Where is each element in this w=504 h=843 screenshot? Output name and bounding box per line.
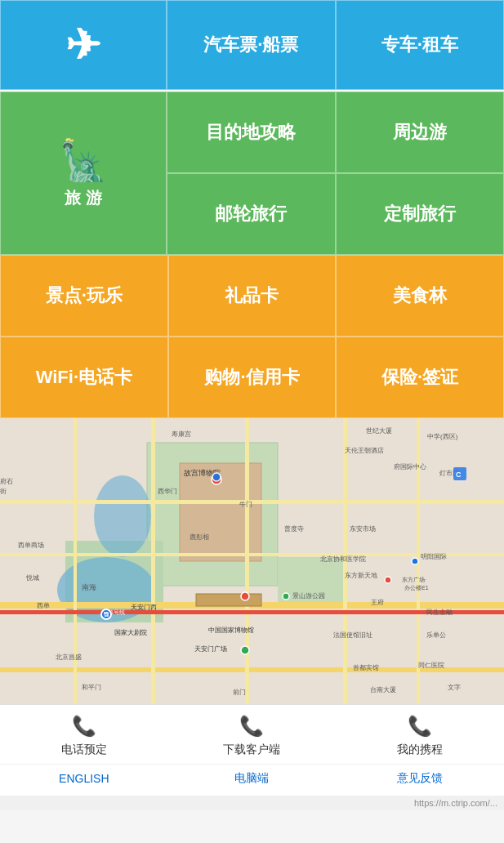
url-bar: https://m.ctrip.com/... xyxy=(0,796,504,810)
svg-text:西单: 西单 xyxy=(37,602,50,609)
svg-point-6 xyxy=(94,475,151,557)
bottom-links: ENGLISH 电脑端 意见反馈 xyxy=(0,764,504,796)
destination-guide-label: 目的地攻略 xyxy=(206,120,296,145)
svg-text:中学(西区): 中学(西区) xyxy=(427,433,458,440)
bus-boat-label: 汽车票·船票 xyxy=(203,33,298,57)
svg-text:文字: 文字 xyxy=(448,684,461,691)
svg-text:台南大厦: 台南大厦 xyxy=(370,686,396,694)
svg-text:法国使馆旧址: 法国使馆旧址 xyxy=(333,631,372,639)
svg-text:国家大剧院: 国家大剧院 xyxy=(114,629,147,636)
download-app-nav[interactable]: 📞 下载客户端 xyxy=(168,715,337,757)
svg-text:西华门: 西华门 xyxy=(158,488,177,495)
svg-text:西单商场: 西单商场 xyxy=(18,542,44,549)
svg-text:天安门西: 天安门西 xyxy=(131,604,157,611)
restaurant-cell[interactable]: 美食林 xyxy=(336,255,504,337)
svg-text:世纪大厦: 世纪大厦 xyxy=(366,427,392,435)
svg-text:乐单公: 乐单公 xyxy=(426,631,446,639)
svg-text:首都宾馆: 首都宾馆 xyxy=(353,664,379,671)
custom-travel-label: 定制旅行 xyxy=(384,202,456,226)
svg-text:景山游公园: 景山游公园 xyxy=(292,592,325,600)
destination-guide-cell[interactable]: 目的地攻略 xyxy=(167,91,336,173)
svg-text:普度寺: 普度寺 xyxy=(284,525,304,533)
svg-text:民生金融: 民生金融 xyxy=(426,609,453,616)
bottom-nav: 📞 电话预定 📞 下载客户端 📞 我的携程 xyxy=(0,704,504,764)
car-rental-label: 专车·租车 xyxy=(381,33,458,57)
svg-text:C: C xyxy=(456,471,462,479)
url-text: https://m.ctrip.com/... xyxy=(414,798,497,808)
green-section: 🗽 旅 游 目的地攻略 周边游 邮轮旅行 定制旅行 xyxy=(0,91,504,255)
custom-travel-cell[interactable]: 定制旅行 xyxy=(336,173,505,255)
svg-point-61 xyxy=(241,646,249,654)
svg-point-19 xyxy=(241,592,249,600)
bus-boat-cell[interactable]: 汽车票·船票 xyxy=(167,0,336,90)
orange-section: 景点·玩乐 礼品卡 美食林 WiFi·电话卡 购物·信用卡 保险·签证 xyxy=(0,255,504,418)
restaurant-label: 美食林 xyxy=(393,283,447,308)
svg-text:北京昌盛: 北京昌盛 xyxy=(56,653,82,661)
svg-text:街: 街 xyxy=(0,488,7,495)
airplane-icon: ✈ xyxy=(65,20,101,69)
svg-text:寿康宫: 寿康宫 xyxy=(172,430,191,438)
insurance-label: 保险·签证 xyxy=(381,365,458,390)
nearby-travel-label: 周边游 xyxy=(393,120,447,145)
svg-point-63 xyxy=(385,577,391,583)
svg-text:鹿彤相: 鹿彤相 xyxy=(190,533,209,541)
shopping-label: 购物·信用卡 xyxy=(204,365,299,390)
phone-booking-label: 电话预定 xyxy=(61,743,107,757)
download-icon: 📞 xyxy=(239,715,264,738)
wifi-cell[interactable]: WiFi·电话卡 xyxy=(0,337,168,418)
statue-icon: 🗽 xyxy=(59,138,108,184)
my-ctrip-label: 我的携程 xyxy=(397,743,443,757)
svg-text:和平门: 和平门 xyxy=(82,684,101,691)
svg-text:牛门: 牛门 xyxy=(239,501,252,508)
svg-rect-17 xyxy=(196,594,261,606)
svg-text:南海: 南海 xyxy=(82,583,96,591)
attractions-label: 景点·玩乐 xyxy=(46,283,123,308)
my-ctrip-nav[interactable]: 📞 我的携程 xyxy=(336,715,504,757)
attractions-cell[interactable]: 景点·玩乐 xyxy=(0,255,168,337)
svg-text:王府: 王府 xyxy=(371,599,384,606)
svg-text:东安市场: 东安市场 xyxy=(350,525,376,533)
car-rental-cell[interactable]: 专车·租车 xyxy=(336,0,505,90)
svg-text:东方广场·: 东方广场· xyxy=(402,577,426,582)
svg-text:同仁医院: 同仁医院 xyxy=(418,662,444,669)
travel-main-cell[interactable]: 🗽 旅 游 xyxy=(0,91,167,255)
desktop-link[interactable]: 电脑端 xyxy=(168,771,337,786)
svg-text:前门: 前门 xyxy=(233,689,246,696)
nearby-travel-cell[interactable]: 周边游 xyxy=(336,91,505,173)
svg-text:东方新天地: 东方新天地 xyxy=(345,572,377,579)
svg-point-60 xyxy=(212,473,221,481)
blue-section: ✈ 汽车票·船票 专车·租车 xyxy=(0,0,504,91)
travel-label: 旅 游 xyxy=(65,187,102,209)
map-svg: 故宫博物院 西华门 牛门 鹿彤相 南海 天安门西 国家大剧院 中国国家博物馆 天… xyxy=(0,418,504,704)
svg-text:C: C xyxy=(104,613,108,618)
gift-card-cell[interactable]: 礼品卡 xyxy=(168,255,337,337)
svg-rect-12 xyxy=(245,418,249,704)
svg-rect-11 xyxy=(151,418,155,704)
download-app-label: 下载客户端 xyxy=(223,743,280,757)
svg-text:中国国家博物馆: 中国国家博物馆 xyxy=(208,627,254,634)
map-container[interactable]: 故宫博物院 西华门 牛门 鹿彤相 南海 天安门西 国家大剧院 中国国家博物馆 天… xyxy=(0,418,504,704)
shopping-cell[interactable]: 购物·信用卡 xyxy=(168,337,337,418)
my-ctrip-icon: 📞 xyxy=(408,715,432,738)
cruise-label: 邮轮旅行 xyxy=(215,202,287,226)
svg-text:悦城: 悦城 xyxy=(25,574,39,582)
feedback-link[interactable]: 意见反馈 xyxy=(336,771,504,786)
phone-booking-nav[interactable]: 📞 电话预定 xyxy=(0,715,168,757)
blue-icon-cell[interactable]: ✈ xyxy=(0,0,167,90)
svg-point-64 xyxy=(412,558,418,564)
svg-text:天安门广场: 天安门广场 xyxy=(194,645,227,653)
svg-text:府石: 府石 xyxy=(0,478,13,485)
svg-rect-14 xyxy=(74,418,77,704)
svg-text:府国际中心: 府国际中心 xyxy=(394,463,426,471)
cruise-cell[interactable]: 邮轮旅行 xyxy=(167,173,336,255)
gift-card-label: 礼品卡 xyxy=(225,283,279,308)
svg-text:北京协和医学院: 北京协和医学院 xyxy=(320,555,366,563)
english-link[interactable]: ENGLISH xyxy=(0,771,168,786)
insurance-cell[interactable]: 保险·签证 xyxy=(336,337,504,418)
phone-icon: 📞 xyxy=(72,715,96,738)
svg-text:办公楼E1: 办公楼E1 xyxy=(404,585,429,591)
svg-text:1号线: 1号线 xyxy=(110,609,125,615)
wifi-label: WiFi·电话卡 xyxy=(36,365,132,390)
svg-point-62 xyxy=(283,593,289,600)
svg-text:明阳国际: 明阳国际 xyxy=(421,553,447,560)
